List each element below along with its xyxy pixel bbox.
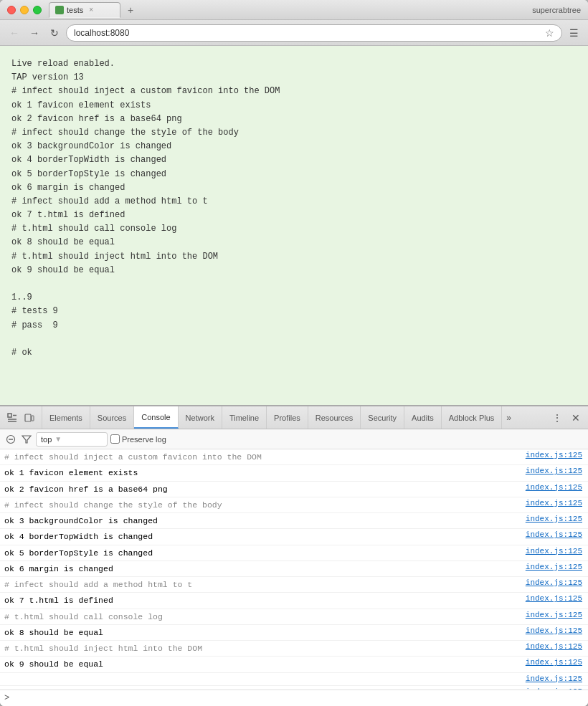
console-message: # t.html should inject html into the DOM (0, 641, 520, 656)
tab-bar: tests × + (49, 2, 290, 18)
tab-favicon (55, 6, 64, 14)
preserve-log-checkbox-row: Preserve log (110, 434, 166, 444)
console-row: ok 2 favicon href is a base64 pngindex.j… (0, 482, 588, 497)
tab-audits[interactable]: Audits (404, 406, 442, 429)
console-message: ok 8 should be equal (0, 625, 520, 640)
tab-close-button[interactable]: × (89, 6, 93, 14)
user-info: supercrabtree (532, 6, 581, 14)
devtools-settings-icon[interactable]: ⋮ (549, 410, 565, 426)
tab-profiles[interactable]: Profiles (267, 406, 308, 429)
console-row: ok 4 borderTopWidth is changedindex.js:1… (0, 529, 588, 545)
console-message (0, 673, 520, 676)
menu-button[interactable]: ☰ (565, 24, 582, 42)
console-source-link[interactable]: index.js:125 (520, 482, 588, 493)
console-source-link[interactable]: index.js:125 (520, 593, 588, 604)
browser-tab-active[interactable]: tests × (49, 2, 120, 18)
console-message: ok 6 margin is changed (0, 561, 520, 576)
console-row: index.js:125 (0, 673, 588, 686)
tab-adblock[interactable]: Adblock Plus (442, 406, 503, 429)
console-source-link[interactable]: index.js:125 (520, 497, 588, 509)
console-source-link[interactable]: index.js:125 (520, 657, 588, 668)
tab-console-label: Console (141, 413, 170, 421)
preserve-log-label: Preserve log (122, 435, 166, 444)
console-source-link[interactable]: index.js:125 (520, 577, 588, 588)
tab-console[interactable]: Console (134, 406, 178, 429)
console-row: ok 9 should be equalindex.js:125 (0, 657, 588, 672)
console-toolbar: top ▼ Preserve log (0, 429, 588, 449)
console-row: ok 7 t.html is definedindex.js:125 (0, 593, 588, 609)
console-row: # t.html should call console logindex.js… (0, 609, 588, 625)
forward-button[interactable]: → (26, 24, 43, 42)
devtools-icons (0, 406, 42, 429)
tab-sources[interactable]: Sources (90, 406, 134, 429)
console-message: # infect should change the style of the … (0, 497, 520, 512)
console-message: # infect should inject a custom favicon … (0, 449, 520, 464)
new-tab-button[interactable]: + (123, 3, 138, 17)
svg-rect-4 (25, 414, 31, 421)
filter-value: top (41, 435, 52, 444)
url-text: localhost:8080 (74, 28, 541, 38)
console-message: ok 9 should be equal (0, 657, 520, 672)
console-input-row: > (0, 690, 588, 706)
filter-dropdown-arrow: ▼ (54, 435, 62, 443)
console-source-link[interactable]: index.js:125 (520, 673, 588, 684)
bookmark-icon[interactable]: ☆ (545, 27, 554, 39)
inspect-element-icon[interactable] (4, 410, 20, 426)
navigation-bar: ← → ↻ localhost:8080 ☆ ☰ (0, 20, 588, 46)
traffic-lights (7, 6, 42, 14)
console-source-link[interactable]: index.js:125 (520, 609, 588, 621)
console-row: # t.html should inject html into the DOM… (0, 641, 588, 657)
tab-network[interactable]: Network (179, 406, 222, 429)
console-message: # infect should add a method html to t (0, 577, 520, 592)
svg-rect-5 (32, 416, 34, 421)
console-source-link[interactable]: index.js:125 (520, 529, 588, 540)
close-button[interactable] (7, 6, 16, 14)
console-message: ok 7 t.html is defined (0, 593, 520, 608)
tab-timeline[interactable]: Timeline (222, 406, 267, 429)
context-filter-input[interactable]: top ▼ (36, 432, 108, 447)
console-output: # infect should inject a custom favicon … (0, 449, 588, 690)
filter-console-icon[interactable] (20, 433, 33, 446)
page-content: Live reload enabled. TAP version 13 # in… (0, 46, 588, 405)
tab-adblock-label: Adblock Plus (449, 414, 495, 422)
console-source-link[interactable]: index.js:125 (520, 641, 588, 652)
console-row: ok 3 backgroundColor is changedindex.js:… (0, 513, 588, 529)
tab-label: tests (67, 6, 83, 14)
browser-window: tests × + supercrabtree ← → ↻ localhost:… (0, 0, 588, 706)
tab-audits-label: Audits (412, 414, 434, 422)
title-bar: tests × + supercrabtree (0, 0, 588, 20)
tab-sources-label: Sources (98, 414, 126, 422)
devtools-panel: Elements Sources Console Network Timelin… (0, 405, 588, 706)
tab-timeline-label: Timeline (229, 414, 259, 422)
device-mode-icon[interactable] (22, 410, 37, 426)
tab-security[interactable]: Security (361, 406, 404, 429)
tab-overflow-button[interactable]: » (502, 413, 516, 423)
devtools-right-actions: ⋮ ✕ (545, 410, 588, 426)
console-source-link[interactable]: index.js:125 (520, 561, 588, 573)
tab-elements[interactable]: Elements (42, 406, 90, 429)
clear-console-button[interactable] (4, 433, 17, 446)
console-row: ok 8 should be equalindex.js:125 (0, 625, 588, 641)
console-input-field[interactable] (12, 693, 584, 703)
maximize-button[interactable] (33, 6, 42, 14)
console-source-link[interactable]: index.js:125 (520, 513, 588, 525)
minimize-button[interactable] (20, 6, 29, 14)
console-source-link[interactable]: index.js:125 (520, 449, 588, 461)
tab-network-label: Network (186, 414, 214, 422)
back-button[interactable]: ← (6, 24, 23, 42)
refresh-button[interactable]: ↻ (46, 24, 63, 42)
address-bar[interactable]: localhost:8080 ☆ (66, 24, 562, 42)
console-source-link[interactable]: index.js:125 (520, 545, 588, 557)
tab-profiles-label: Profiles (274, 414, 300, 422)
tab-resources[interactable]: Resources (308, 406, 361, 429)
tab-elements-label: Elements (49, 414, 82, 422)
devtools-close-icon[interactable]: ✕ (568, 410, 584, 426)
console-source-link[interactable]: index.js:125 (520, 625, 588, 636)
preserve-log-checkbox[interactable] (110, 434, 120, 444)
devtools-tabs: Elements Sources Console Network Timelin… (42, 406, 545, 429)
svg-marker-8 (22, 436, 31, 443)
tab-security-label: Security (368, 414, 397, 422)
console-message: ok 3 backgroundColor is changed (0, 513, 520, 528)
console-row: # infect should change the style of the … (0, 497, 588, 513)
console-source-link[interactable]: index.js:125 (520, 465, 588, 477)
